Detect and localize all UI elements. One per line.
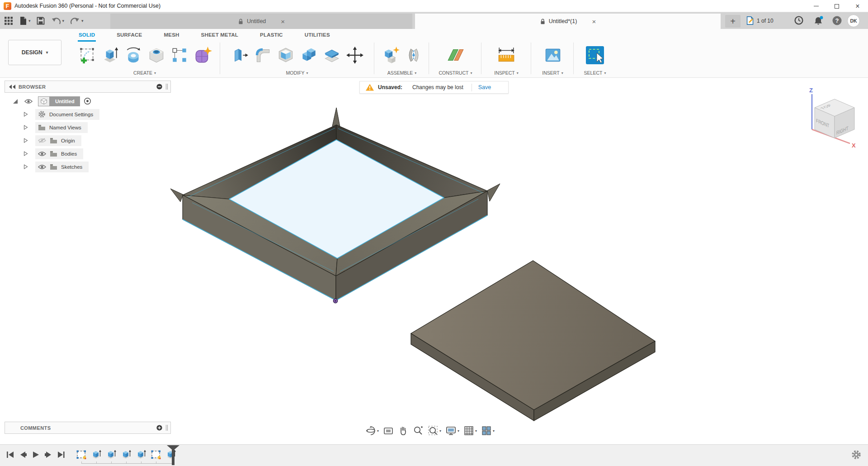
new-component-button[interactable] (380, 43, 401, 67)
comments-panel-header[interactable]: COMMENTS (5, 422, 171, 434)
offset-face-button[interactable] (321, 43, 343, 67)
construct-plane-button[interactable] (445, 43, 467, 67)
timeline-feature-extrude[interactable] (91, 449, 102, 460)
timeline-feature-extrude[interactable] (136, 449, 146, 460)
group-label-construct[interactable]: CONSTRUCT▾ (439, 69, 472, 77)
eye-visible-icon[interactable] (38, 151, 46, 157)
expand-triangle-icon[interactable] (12, 98, 19, 105)
job-status-button[interactable] (794, 15, 804, 27)
combine-button[interactable] (298, 43, 320, 67)
move-copy-button[interactable] (344, 43, 366, 67)
browser-root-label[interactable]: Untitled (50, 96, 80, 106)
timeline-settings-button[interactable] (851, 449, 862, 462)
pattern-button[interactable] (169, 43, 190, 67)
select-tool-button[interactable] (584, 43, 606, 67)
save-link[interactable]: Save (478, 84, 491, 90)
maximize-button[interactable] (826, 0, 847, 12)
tab-solid[interactable]: SOLID (78, 31, 96, 42)
tab-surface[interactable]: SURFACE (116, 31, 143, 42)
viewports-button[interactable]: ▾ (481, 425, 495, 436)
tab-close-icon[interactable]: × (592, 18, 596, 25)
body-tray-frame[interactable] (170, 108, 500, 300)
timeline-feature-sketch[interactable] (151, 449, 161, 460)
measure-button[interactable] (495, 43, 517, 67)
tab-sheet-metal[interactable]: SHEET METAL (200, 31, 240, 42)
timeline-feature-extrude[interactable] (106, 449, 117, 460)
orbit-button[interactable]: ▾ (365, 425, 379, 436)
minimize-button[interactable] (806, 0, 826, 12)
hole-button[interactable] (146, 43, 167, 67)
pan-button[interactable] (398, 425, 409, 436)
eye-visible-icon[interactable] (24, 99, 33, 104)
orbit-caret-icon[interactable]: ▾ (377, 429, 379, 433)
timeline-step-back-button[interactable] (18, 450, 28, 459)
zoom-window-button[interactable]: ▾ (428, 425, 441, 436)
viewports-caret-icon[interactable]: ▾ (493, 429, 495, 433)
browser-row-origin[interactable]: Origin (5, 134, 99, 147)
save-button[interactable] (35, 15, 47, 26)
app-grid-button[interactable] (3, 15, 14, 26)
browser-row-document-settings[interactable]: Document Settings (5, 108, 99, 121)
redo-button[interactable]: ▾ (68, 15, 85, 26)
timeline-go-to-end-button[interactable] (56, 450, 66, 459)
file-menu-button[interactable]: ▾ (17, 15, 32, 27)
view-cube[interactable]: Z X TOP FRONT RIGHT (801, 84, 868, 152)
expand-triangle-icon[interactable] (23, 151, 29, 157)
timeline-playhead-bar[interactable] (172, 450, 175, 465)
body-flat-plate[interactable] (411, 261, 655, 421)
display-settings-caret-icon[interactable]: ▾ (458, 429, 459, 433)
collapse-panel-icon[interactable] (9, 84, 16, 90)
insert-image-button[interactable] (542, 43, 564, 67)
timeline-feature-extrude[interactable] (121, 449, 132, 460)
extrude-button[interactable] (99, 43, 121, 67)
tab-utilities[interactable]: UTILITIES (304, 31, 331, 42)
browser-row-root[interactable]: Untitled (5, 95, 99, 108)
joint-button[interactable] (403, 43, 425, 67)
expand-triangle-icon[interactable] (23, 124, 29, 131)
help-button[interactable]: ? (832, 15, 842, 28)
close-button[interactable]: × (847, 0, 868, 12)
timeline-step-forward-button[interactable] (43, 450, 53, 459)
panel-resize-grip[interactable] (166, 425, 168, 431)
activate-radio-icon[interactable] (84, 97, 91, 105)
group-label-create[interactable]: CREATE▾ (133, 69, 156, 77)
tab-close-icon[interactable]: × (281, 18, 285, 25)
browser-row-named-views[interactable]: Named Views (5, 121, 99, 134)
group-label-insert[interactable]: INSERT▾ (542, 69, 563, 77)
expand-triangle-icon[interactable] (23, 164, 29, 170)
zoom-window-caret-icon[interactable]: ▾ (439, 429, 441, 433)
plus-circle-icon[interactable] (156, 424, 163, 431)
workspace-selector-design[interactable]: DESIGN▾ (8, 40, 61, 65)
create-sketch-button[interactable] (76, 43, 98, 67)
fillet-button[interactable] (252, 43, 274, 67)
tab-plastic[interactable]: PLASTIC (259, 31, 284, 42)
create-form-button[interactable] (192, 43, 213, 67)
display-settings-button[interactable]: ▾ (445, 425, 459, 436)
document-tab-untitled-1[interactable]: Untitled*(1) × (415, 14, 721, 29)
minus-circle-icon[interactable] (156, 83, 163, 90)
shell-button[interactable] (275, 43, 297, 67)
timeline-go-to-start-button[interactable] (5, 450, 15, 459)
notifications-button[interactable] (813, 15, 824, 28)
panel-resize-grip[interactable] (166, 84, 168, 90)
timeline-play-button[interactable] (31, 450, 41, 459)
eye-hidden-icon[interactable] (38, 138, 46, 143)
document-tab-untitled[interactable]: Untitled × (110, 14, 412, 29)
browser-row-sketches[interactable]: Sketches (5, 160, 99, 173)
timeline-feature-extrude[interactable] (165, 449, 176, 460)
new-document-button[interactable]: + (725, 15, 741, 28)
expand-triangle-icon[interactable] (23, 111, 29, 118)
documents-counter[interactable]: 1 of 10 (746, 16, 774, 25)
group-label-modify[interactable]: MODIFY▾ (286, 69, 308, 77)
look-at-button[interactable] (383, 425, 394, 436)
revolve-button[interactable] (123, 43, 144, 67)
tab-mesh[interactable]: MESH (163, 31, 180, 42)
grid-caret-icon[interactable]: ▾ (475, 429, 477, 433)
browser-row-bodies[interactable]: Bodies (5, 147, 99, 160)
origin-point[interactable] (333, 299, 337, 303)
browser-panel-header[interactable]: BROWSER (5, 81, 171, 93)
expand-triangle-icon[interactable] (23, 138, 29, 144)
press-pull-button[interactable] (229, 43, 250, 67)
grid-snaps-button[interactable]: ▾ (463, 425, 477, 436)
zoom-button[interactable] (413, 425, 424, 436)
